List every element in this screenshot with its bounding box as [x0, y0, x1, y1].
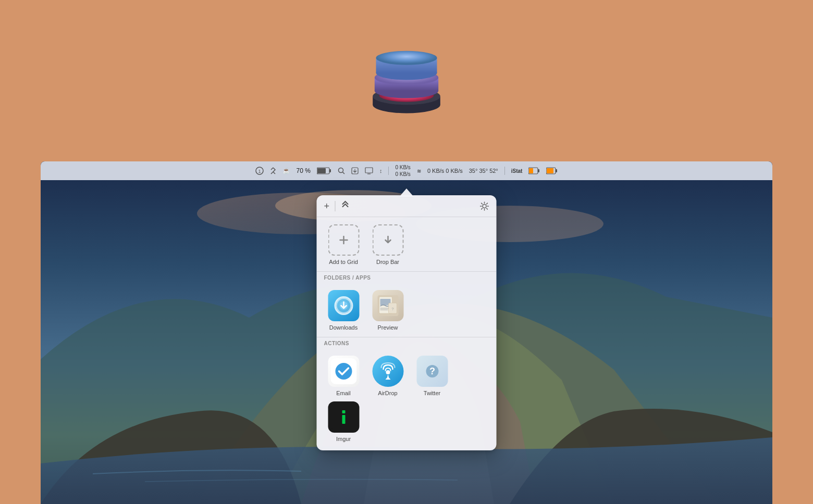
svg-text:?: ? [391, 307, 394, 311]
svg-point-32 [336, 298, 351, 313]
menubar-bluetooth[interactable] [270, 167, 276, 175]
drop-bar-label: Drop Bar [376, 259, 399, 265]
svg-rect-49 [342, 415, 345, 424]
menubar-1password[interactable]: 1 [255, 167, 264, 175]
imgur-item[interactable]: Imgur [324, 401, 363, 442]
imgur-label: Imgur [336, 436, 351, 442]
menubar-battery-2[interactable] [546, 167, 558, 174]
airdrop-item[interactable]: AirDrop [368, 356, 408, 396]
twitter-label: Twitter [424, 390, 440, 396]
menubar-divider-2 [504, 167, 505, 175]
collapse-button[interactable] [340, 200, 350, 211]
popup-panel: + Add to Grid Drop Bar FOL [317, 195, 497, 450]
add-to-grid-label: Add to Grid [329, 259, 358, 265]
twitter-icon: ? [416, 356, 448, 387]
twitter-item[interactable]: ? Twitter [413, 356, 452, 396]
add-button[interactable]: + [324, 201, 330, 211]
menubar-divider [388, 167, 389, 175]
menubar-voltage: 35° 35° 52° [469, 168, 498, 174]
svg-rect-18 [317, 168, 326, 173]
gear-button[interactable] [480, 201, 489, 211]
add-to-grid-item[interactable]: Add to Grid [324, 224, 363, 265]
actions-section: Email AirDrop [317, 348, 497, 450]
menubar: 1 ☕ 70 % ↕ 0 KB/s0 KB/s ≋ 0 KB/s 0 KB/s … [41, 161, 772, 180]
menubar-spotlight[interactable] [338, 167, 345, 174]
menubar-display[interactable] [365, 167, 373, 174]
drop-bar-icon [372, 224, 403, 256]
menubar-battery[interactable] [317, 167, 331, 174]
svg-rect-25 [538, 169, 539, 172]
menubar-theine[interactable]: ☕ [282, 167, 290, 174]
airdrop-label: AirDrop [378, 390, 397, 396]
menubar-misc[interactable]: ↕ [379, 168, 383, 174]
menubar-yoink[interactable] [351, 167, 359, 174]
svg-point-44 [386, 370, 390, 374]
svg-point-19 [338, 168, 343, 173]
grid-section: Add to Grid Drop Bar [317, 217, 497, 270]
svg-text:1: 1 [258, 169, 261, 174]
popup-header-left: + [324, 200, 350, 211]
imgur-icon [328, 401, 359, 433]
svg-rect-29 [547, 168, 553, 173]
svg-rect-26 [529, 168, 533, 173]
downloads-label: Downloads [329, 324, 358, 331]
drop-bar-item[interactable]: Drop Bar [368, 224, 408, 265]
folders-section: Downloads ? Preview [317, 283, 497, 336]
popup-header: + [317, 195, 497, 217]
svg-rect-22 [365, 168, 373, 173]
svg-rect-28 [556, 169, 557, 172]
svg-line-20 [342, 172, 344, 174]
email-label: Email [336, 390, 351, 396]
menubar-temps: 0 KB/s 0 KB/s [427, 168, 463, 174]
svg-rect-48 [342, 410, 345, 413]
svg-text:?: ? [429, 366, 435, 376]
menubar-battery-orange[interactable] [528, 167, 540, 174]
add-to-grid-icon [328, 224, 359, 256]
preview-item[interactable]: ? Preview [368, 290, 408, 331]
airdrop-icon [372, 356, 403, 387]
menubar-battery-percent[interactable]: 70 % [297, 167, 311, 174]
preview-icon: ? [372, 290, 403, 321]
app-icon [354, 21, 459, 125]
downloads-icon [328, 290, 359, 321]
svg-point-42 [335, 363, 352, 380]
svg-point-9 [376, 51, 437, 65]
menubar-istat[interactable]: iStat [511, 168, 523, 174]
svg-rect-17 [329, 169, 331, 172]
preview-label: Preview [377, 324, 398, 331]
svg-point-33 [339, 301, 348, 310]
actions-section-header: ACTIONS [317, 337, 497, 348]
folders-section-header: FOLDERS / APPS [317, 271, 497, 283]
email-item[interactable]: Email [324, 356, 363, 396]
email-icon [328, 356, 359, 387]
downloads-item[interactable]: Downloads [324, 290, 363, 331]
header-divider [335, 201, 335, 211]
menubar-network-speed: 0 KB/s0 KB/s [395, 164, 410, 178]
menubar-misc2[interactable]: ≋ [417, 168, 421, 174]
popup-arrow [399, 188, 414, 197]
